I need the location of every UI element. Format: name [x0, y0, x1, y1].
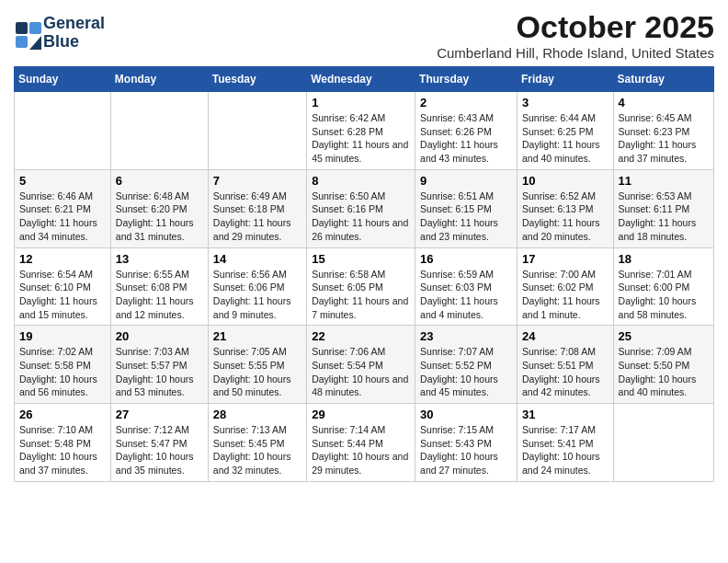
- day-number: 24: [522, 329, 609, 343]
- title-block: October 2025 Cumberland Hill, Rhode Isla…: [437, 9, 714, 61]
- day-info: Sunrise: 6:50 AMSunset: 6:16 PMDaylight:…: [312, 190, 410, 244]
- weekday-header-monday: Monday: [110, 67, 208, 92]
- day-number: 5: [19, 174, 106, 188]
- day-info: Sunrise: 6:42 AMSunset: 6:28 PMDaylight:…: [312, 111, 410, 166]
- day-info: Sunrise: 6:46 AMSunset: 6:21 PMDaylight:…: [19, 190, 106, 244]
- day-info: Sunrise: 7:17 AMSunset: 5:41 PMDaylight:…: [522, 423, 609, 477]
- calendar-cell: 24Sunrise: 7:08 AMSunset: 5:51 PMDayligh…: [517, 326, 613, 404]
- calendar-cell: [110, 92, 208, 170]
- day-info: Sunrise: 6:58 AMSunset: 6:05 PMDaylight:…: [312, 268, 410, 322]
- weekday-header-wednesday: Wednesday: [307, 67, 415, 92]
- calendar-cell: 1Sunrise: 6:42 AMSunset: 6:28 PMDaylight…: [307, 92, 415, 170]
- day-number: 19: [19, 329, 106, 343]
- day-number: 26: [19, 408, 106, 421]
- day-number: 16: [420, 252, 512, 266]
- day-info: Sunrise: 7:00 AMSunset: 6:02 PMDaylight:…: [522, 268, 609, 322]
- calendar-cell: 10Sunrise: 6:52 AMSunset: 6:13 PMDayligh…: [517, 169, 613, 247]
- day-number: 28: [213, 408, 301, 421]
- day-number: 13: [116, 252, 203, 266]
- day-info: Sunrise: 7:10 AMSunset: 5:48 PMDaylight:…: [19, 423, 106, 477]
- calendar-cell: 11Sunrise: 6:53 AMSunset: 6:11 PMDayligh…: [613, 169, 713, 247]
- day-info: Sunrise: 6:54 AMSunset: 6:10 PMDaylight:…: [19, 268, 106, 322]
- calendar-cell: 29Sunrise: 7:14 AMSunset: 5:44 PMDayligh…: [307, 404, 415, 482]
- calendar-cell: 3Sunrise: 6:44 AMSunset: 6:25 PMDaylight…: [517, 92, 613, 170]
- day-number: 6: [116, 174, 203, 188]
- day-info: Sunrise: 7:07 AMSunset: 5:52 PMDaylight:…: [420, 345, 512, 399]
- svg-marker-3: [29, 36, 41, 50]
- weekday-header-tuesday: Tuesday: [208, 67, 306, 92]
- day-number: 23: [420, 329, 512, 343]
- day-info: Sunrise: 7:13 AMSunset: 5:45 PMDaylight:…: [213, 423, 301, 477]
- calendar-cell: 17Sunrise: 7:00 AMSunset: 6:02 PMDayligh…: [517, 247, 613, 326]
- day-info: Sunrise: 7:06 AMSunset: 5:54 PMDaylight:…: [312, 345, 410, 399]
- calendar-cell: 7Sunrise: 6:49 AMSunset: 6:18 PMDaylight…: [208, 169, 306, 247]
- calendar-cell: 8Sunrise: 6:50 AMSunset: 6:16 PMDaylight…: [307, 169, 415, 247]
- location-title: Cumberland Hill, Rhode Island, United St…: [437, 45, 714, 61]
- weekday-header-row: SundayMondayTuesdayWednesdayThursdayFrid…: [15, 67, 714, 92]
- logo-line1: General: [43, 14, 105, 32]
- calendar-cell: 30Sunrise: 7:15 AMSunset: 5:43 PMDayligh…: [415, 404, 518, 482]
- page-header: GeneralBlue October 2025 Cumberland Hill…: [14, 9, 714, 61]
- day-info: Sunrise: 7:12 AMSunset: 5:47 PMDaylight:…: [116, 423, 203, 477]
- svg-rect-1: [29, 22, 41, 34]
- calendar-cell: 28Sunrise: 7:13 AMSunset: 5:45 PMDayligh…: [208, 404, 306, 482]
- day-number: 20: [116, 329, 203, 343]
- calendar-cell: 31Sunrise: 7:17 AMSunset: 5:41 PMDayligh…: [517, 404, 613, 482]
- day-number: 3: [522, 96, 609, 109]
- day-number: 21: [213, 329, 301, 343]
- day-info: Sunrise: 7:03 AMSunset: 5:57 PMDaylight:…: [116, 345, 203, 399]
- day-info: Sunrise: 6:49 AMSunset: 6:18 PMDaylight:…: [213, 190, 301, 244]
- calendar-cell: 23Sunrise: 7:07 AMSunset: 5:52 PMDayligh…: [415, 326, 518, 404]
- day-number: 29: [312, 408, 410, 421]
- day-number: 7: [213, 174, 301, 188]
- day-number: 27: [116, 408, 203, 421]
- day-number: 31: [522, 408, 609, 421]
- day-info: Sunrise: 6:45 AMSunset: 6:23 PMDaylight:…: [619, 111, 709, 166]
- svg-rect-0: [16, 22, 28, 34]
- calendar-cell: 16Sunrise: 6:59 AMSunset: 6:03 PMDayligh…: [415, 247, 518, 326]
- logo-icon: [14, 20, 40, 46]
- day-info: Sunrise: 6:51 AMSunset: 6:15 PMDaylight:…: [420, 190, 512, 244]
- calendar-cell: 13Sunrise: 6:55 AMSunset: 6:08 PMDayligh…: [110, 247, 208, 326]
- week-row-2: 5Sunrise: 6:46 AMSunset: 6:21 PMDaylight…: [15, 169, 714, 247]
- calendar-cell: 25Sunrise: 7:09 AMSunset: 5:50 PMDayligh…: [613, 326, 713, 404]
- calendar-cell: 20Sunrise: 7:03 AMSunset: 5:57 PMDayligh…: [110, 326, 208, 404]
- week-row-3: 12Sunrise: 6:54 AMSunset: 6:10 PMDayligh…: [15, 247, 714, 326]
- day-info: Sunrise: 6:59 AMSunset: 6:03 PMDaylight:…: [420, 268, 512, 322]
- week-row-4: 19Sunrise: 7:02 AMSunset: 5:58 PMDayligh…: [15, 326, 714, 404]
- calendar-cell: 15Sunrise: 6:58 AMSunset: 6:05 PMDayligh…: [307, 247, 415, 326]
- calendar-table: SundayMondayTuesdayWednesdayThursdayFrid…: [14, 66, 714, 482]
- day-info: Sunrise: 7:01 AMSunset: 6:00 PMDaylight:…: [619, 268, 709, 322]
- day-number: 4: [619, 96, 709, 109]
- day-info: Sunrise: 6:56 AMSunset: 6:06 PMDaylight:…: [213, 268, 301, 322]
- day-info: Sunrise: 6:55 AMSunset: 6:08 PMDaylight:…: [116, 268, 203, 322]
- calendar-cell: 6Sunrise: 6:48 AMSunset: 6:20 PMDaylight…: [110, 169, 208, 247]
- day-info: Sunrise: 6:53 AMSunset: 6:11 PMDaylight:…: [619, 190, 709, 244]
- calendar-cell: 5Sunrise: 6:46 AMSunset: 6:21 PMDaylight…: [15, 169, 111, 247]
- logo-line2: Blue: [43, 32, 79, 51]
- day-number: 10: [522, 174, 609, 188]
- calendar-cell: 4Sunrise: 6:45 AMSunset: 6:23 PMDaylight…: [613, 92, 713, 170]
- day-number: 25: [619, 329, 709, 343]
- day-number: 9: [420, 174, 512, 188]
- weekday-header-friday: Friday: [517, 67, 613, 92]
- calendar-cell: 9Sunrise: 6:51 AMSunset: 6:15 PMDaylight…: [415, 169, 518, 247]
- day-number: 18: [619, 252, 709, 266]
- logo: GeneralBlue: [14, 15, 105, 52]
- day-info: Sunrise: 7:08 AMSunset: 5:51 PMDaylight:…: [522, 345, 609, 399]
- day-info: Sunrise: 6:43 AMSunset: 6:26 PMDaylight:…: [420, 111, 512, 166]
- day-number: 12: [19, 252, 106, 266]
- calendar-cell: 14Sunrise: 6:56 AMSunset: 6:06 PMDayligh…: [208, 247, 306, 326]
- day-number: 2: [420, 96, 512, 109]
- day-number: 14: [213, 252, 301, 266]
- day-info: Sunrise: 7:09 AMSunset: 5:50 PMDaylight:…: [619, 345, 709, 399]
- weekday-header-thursday: Thursday: [415, 67, 518, 92]
- calendar-cell: 18Sunrise: 7:01 AMSunset: 6:00 PMDayligh…: [613, 247, 713, 326]
- weekday-header-saturday: Saturday: [613, 67, 713, 92]
- day-info: Sunrise: 6:44 AMSunset: 6:25 PMDaylight:…: [522, 111, 609, 166]
- month-title: October 2025: [437, 9, 714, 45]
- week-row-5: 26Sunrise: 7:10 AMSunset: 5:48 PMDayligh…: [15, 404, 714, 482]
- day-number: 22: [312, 329, 410, 343]
- day-number: 1: [312, 96, 410, 109]
- svg-rect-2: [16, 36, 28, 48]
